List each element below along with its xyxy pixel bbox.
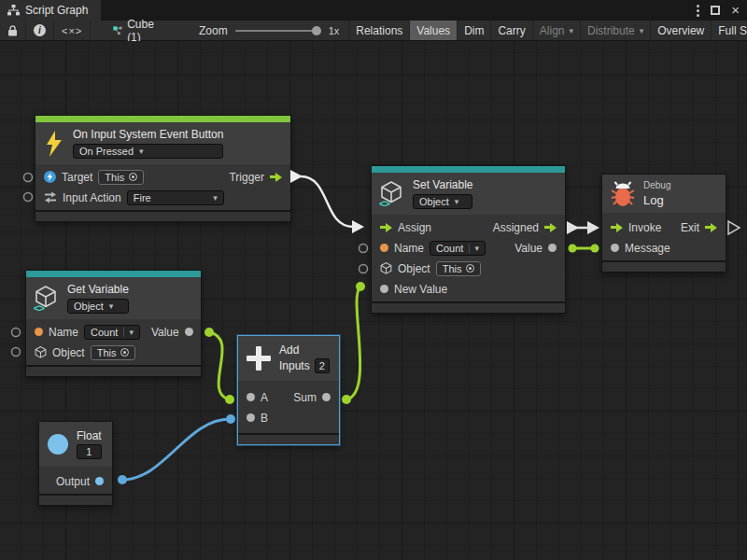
graph-icon [7,5,20,16]
node-header: Add Inputs 2 [238,336,339,381]
flow-arrow-icon[interactable] [544,223,557,232]
node-set-variable[interactable]: <> Set Variable Object ▾ Assign Assigned… [371,165,566,314]
node-footer [602,262,726,272]
variable-name-dropdown[interactable]: Count ▾ [430,241,486,256]
toolbar-button-carry[interactable]: Carry [491,21,532,40]
flow-arrow-icon[interactable] [611,223,623,232]
zoom-slider[interactable] [235,30,321,32]
port-label-trigger: Trigger [229,171,264,184]
on-pressed-dropdown[interactable]: On Pressed ▾ [73,144,223,159]
chevron-down-icon: ▾ [109,301,114,311]
close-icon[interactable]: × [731,6,740,15]
node-title: Get Variable [67,283,129,296]
toolbar-button-dim[interactable]: Dim [458,21,491,40]
new-value-port[interactable] [380,285,388,293]
name-port[interactable] [35,328,43,336]
dropdown-value: Object [419,196,449,207]
a-port[interactable] [247,393,255,401]
flow-arrow-icon[interactable] [705,223,717,232]
port-label: B [261,412,268,425]
code-icon: <×> [62,25,82,36]
toolbar-button-overview[interactable]: Overview [651,21,712,40]
toolbar-button-distribute[interactable]: Distribute▾ [581,21,651,40]
port-label: Object [52,346,85,359]
variable-cube-icon: <> [35,286,59,312]
node-title: Float [77,429,102,442]
kebab-menu-icon[interactable] [697,5,699,17]
port-label: Assign [398,221,431,234]
port-label: New Value [394,283,447,296]
chevron-down-icon: ▾ [139,147,144,156]
node-get-variable[interactable]: <> Get Variable Object ▾ Name Count ▾ Va… [25,270,202,377]
node-graph-icon [113,24,122,36]
inputs-label: Inputs [279,359,310,372]
object-picker-icon [120,348,129,357]
target-icon [44,171,56,183]
object-field[interactable]: This [91,345,136,360]
name-port[interactable] [380,244,388,252]
value-port[interactable] [185,328,193,336]
target-object-field[interactable]: This [98,170,144,185]
node-footer [35,212,290,221]
toolbar-button-align[interactable]: Align▾ [533,21,581,40]
flow-arrow-icon[interactable] [380,223,392,232]
info-icon: i [34,24,46,36]
chevron-down-icon: ▾ [213,193,218,203]
port-label: Target [62,171,92,184]
node-body: Name Count ▾ Value Object This [26,319,201,365]
variable-name-dropdown[interactable]: Count ▾ [84,325,140,340]
node-header: <> Get Variable Object ▾ [26,277,201,319]
tab-script-graph[interactable]: Script Graph [0,0,101,21]
inspect-button[interactable]: i [26,21,54,40]
lock-icon [7,25,18,36]
port-label: Name [394,242,424,255]
node-body: Target This Trigger Input Action Fire ▾ [35,164,290,210]
scripting-brackets-icon: <> [379,198,389,209]
float-circle-icon [48,434,68,455]
node-title: Log [643,193,670,207]
port-row-name: Name Count ▾ Value [26,322,201,342]
variable-scope-dropdown[interactable]: Object ▾ [413,194,472,209]
code-view-button[interactable]: <×> [54,21,91,40]
object-cube-icon [380,262,392,275]
node-header: Debug Log [602,175,726,213]
button-label: Overview [657,24,704,37]
value-port[interactable] [548,244,557,252]
zoom-slider-handle[interactable] [312,26,321,35]
object-field[interactable]: This [436,261,482,276]
float-value-field[interactable]: 1 [77,444,102,459]
script-graph-window: Script Graph × i <×> [0,0,747,560]
toolbar-spacer [91,21,106,40]
dropdown-value: Object [74,301,104,312]
inputs-count-field[interactable]: 2 [315,358,330,373]
port-label-value: Value [514,242,543,255]
object-value: This [443,263,462,274]
toolbar-button-fullscreen[interactable]: Full Screen [712,21,747,40]
port-row-invoke: Invoke Exit [602,217,726,237]
port-row-message: Message [602,238,726,258]
toolbar-button-values[interactable]: Values [410,21,458,40]
node-float[interactable]: Float 1 Output [38,421,113,506]
input-action-dropdown[interactable]: Fire ▾ [127,190,224,205]
lock-button[interactable] [0,21,26,40]
b-port[interactable] [247,413,255,422]
node-debug-log[interactable]: Debug Log Invoke Exit Message [601,174,726,273]
node-on-input-system-event-button[interactable]: On Input System Event Button On Pressed … [35,115,291,222]
port-label: Name [49,326,78,339]
variable-scope-dropdown[interactable]: Object ▾ [67,299,129,314]
message-port[interactable] [611,244,619,252]
graph-context-button[interactable]: Cube (1) [106,21,165,40]
output-port[interactable] [95,477,104,485]
object-picker-icon [129,173,137,181]
node-footer [238,435,339,444]
maximize-icon[interactable] [711,6,720,15]
flow-arrow-icon[interactable] [270,173,282,182]
button-label: Align [540,24,565,37]
chevron-down-icon: ▾ [640,26,644,35]
toolbar-button-relations[interactable]: Relations [349,21,410,40]
button-label: Values [416,24,450,37]
sum-port[interactable] [322,393,331,401]
node-add[interactable]: Add Inputs 2 A Sum B [237,335,340,445]
node-header: Float 1 [39,422,112,467]
zoom-label: Zoom [199,24,228,37]
